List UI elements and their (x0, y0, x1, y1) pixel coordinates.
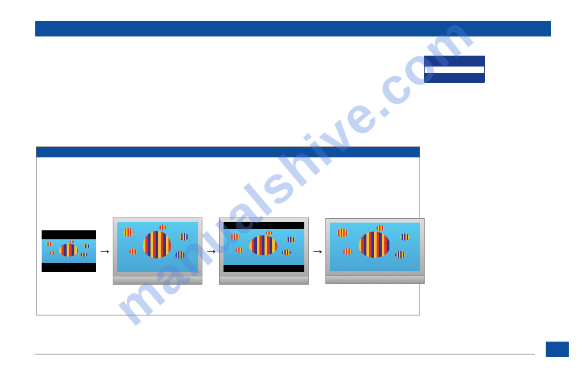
tv-screen (224, 222, 304, 272)
tv-screen (117, 222, 198, 272)
balloon-icon (70, 241, 74, 243)
tv-16-9-wide (325, 218, 425, 284)
balloon-icon (266, 231, 272, 235)
tv-4-3-letterbox (219, 218, 309, 285)
arrow-icon: → (98, 243, 111, 260)
balloon-icon (395, 251, 405, 258)
tv-bezel (219, 218, 309, 276)
flag-stripe (425, 56, 484, 67)
tv-bezel (113, 218, 202, 276)
balloon-icon (377, 225, 384, 231)
balloon-icon (282, 249, 291, 255)
tv-4-3-full (113, 218, 202, 285)
balloon-image (42, 239, 96, 263)
arrow-icon: → (311, 243, 323, 260)
tv-base (113, 276, 202, 285)
balloon-icon (50, 251, 55, 255)
flag-stripe (425, 73, 484, 83)
header-bar (35, 21, 551, 36)
balloon-image (330, 223, 420, 271)
aspect-ratio-diagram: → → (36, 146, 420, 315)
arrow-icon: → (204, 243, 217, 260)
tv-screen (330, 223, 420, 271)
balloon-icon (176, 251, 184, 258)
balloon-icon (81, 253, 86, 257)
balloon-icon (129, 248, 136, 255)
balloon-icon (286, 237, 295, 242)
balloon-icon (143, 231, 171, 258)
balloon-image (117, 222, 198, 272)
tv-base (219, 276, 309, 285)
flag-icon (424, 56, 485, 83)
balloon-icon (46, 242, 53, 246)
balloon-icon (159, 225, 166, 230)
balloon-icon (124, 228, 133, 237)
balloon-icon (359, 232, 390, 258)
balloon-image (224, 229, 304, 265)
tv-bezel (325, 218, 425, 276)
balloon-icon (84, 244, 90, 248)
tv-base (325, 276, 425, 284)
flag-stripe (425, 67, 484, 73)
diagram-row: → → (42, 218, 425, 285)
balloon-icon (230, 234, 240, 240)
page-number-tab (546, 342, 569, 357)
balloon-icon (59, 244, 78, 257)
balloon-icon (249, 235, 277, 255)
source-anamorphic-thumb (42, 230, 96, 272)
balloon-icon (236, 248, 243, 253)
footer-rule (35, 354, 535, 354)
balloon-icon (180, 233, 188, 241)
balloon-icon (400, 234, 409, 241)
balloon-icon (343, 248, 352, 255)
diagram-header-bar (37, 147, 420, 157)
balloon-icon (337, 228, 348, 237)
